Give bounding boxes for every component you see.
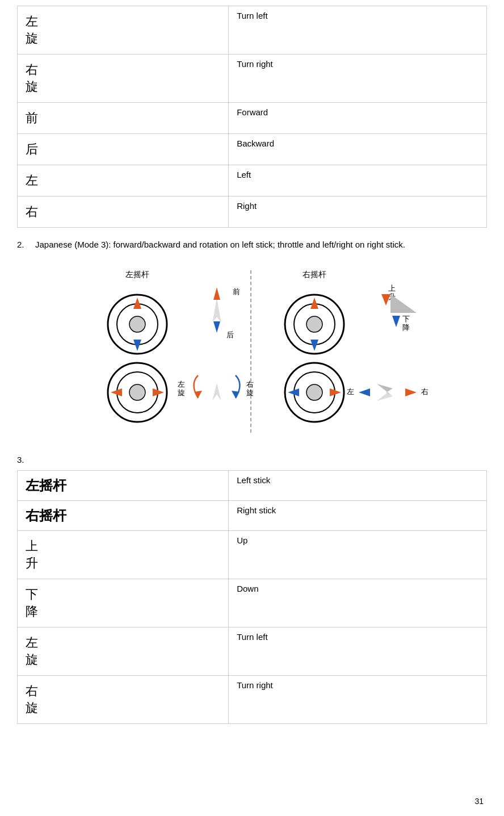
left-stick-label: 左摇杆	[125, 270, 149, 279]
bottom-table-row: 右摇杆Right stick	[18, 501, 487, 531]
turn-right-label2: 旋	[246, 388, 254, 397]
bottom-table-en-cell: Up	[229, 531, 487, 579]
top-table-row: 左Left	[18, 165, 487, 196]
rotate-right-arrowhead	[232, 391, 240, 398]
section3-num: 3.	[17, 455, 487, 465]
section2-paragraph: 2.Japanese (Mode 3): forward/backward an…	[17, 238, 487, 252]
right-top-down-arrow	[310, 340, 318, 351]
top-table-row: 右 旋Turn right	[18, 55, 487, 103]
top-table-zh-cell: 左	[18, 165, 229, 196]
right-stick-label: 右摇杆	[303, 270, 326, 279]
bottom-table-en-cell: Right stick	[229, 501, 487, 531]
top-table: 左 旋Turn left右 旋Turn right前Forward后Backwa…	[17, 6, 487, 228]
bottom-table-zh-cell: 右摇杆	[18, 501, 229, 531]
left-top-up-arrow	[133, 298, 141, 309]
right-arrow-indicator	[405, 388, 417, 396]
bottom-table-zh-cell: 上 升	[18, 531, 229, 579]
right-top-joystick-center	[306, 316, 322, 332]
bottom-table-row: 右 旋Turn right	[18, 676, 487, 724]
bottom-table-row: 左 旋Turn left	[18, 627, 487, 676]
right-label-diagram: 右	[421, 387, 428, 396]
bottom-table-zh-cell: 右 旋	[18, 676, 229, 724]
bottom-table-zh-cell: 左 旋	[18, 627, 229, 676]
top-table-en-cell: Turn right	[229, 55, 487, 103]
right-bottom-joystick-center	[306, 384, 322, 400]
forward-label: 前	[233, 287, 240, 296]
backward-label: 后	[226, 330, 234, 339]
turn-left-label: 左	[178, 380, 185, 388]
rotate-left-arrowhead	[194, 391, 202, 398]
right-bottom-left-arrow	[288, 388, 299, 396]
bottom-table-en-cell: Turn right	[229, 676, 487, 724]
top-table-en-cell: Forward	[229, 103, 487, 134]
right-bottom-right-arrow	[330, 388, 341, 396]
down-label: 下	[402, 315, 410, 323]
bottom-table-en-cell: Turn left	[229, 627, 487, 676]
left-bottom-right-arrow	[153, 388, 164, 396]
bottom-table-zh-cell: 下 降	[18, 579, 229, 627]
top-table-en-cell: Left	[229, 165, 487, 196]
top-table-row: 左 旋Turn left	[18, 6, 487, 55]
top-table-en-cell: Right	[229, 196, 487, 228]
bottom-table-zh-cell: 左摇杆	[18, 471, 229, 501]
turn-right-label: 右	[246, 380, 254, 388]
bottom-table-row: 上 升Up	[18, 531, 487, 579]
left-bottom-left-arrow	[111, 388, 122, 396]
left-top-down-arrow	[133, 340, 141, 351]
top-table-zh-cell: 右 旋	[18, 55, 229, 103]
top-table-row: 前Forward	[18, 103, 487, 134]
top-table-zh-cell: 左 旋	[18, 6, 229, 55]
turn-left-label2: 旋	[178, 388, 185, 397]
jiang-label: 降	[402, 323, 410, 332]
section2-text: Japanese (Mode 3): forward/backward and …	[35, 238, 485, 252]
backward-arrow-blue	[213, 321, 220, 333]
section2-num: 2.	[17, 238, 35, 252]
top-table-row: 右Right	[18, 196, 487, 228]
diagram-container: 左摇杆 右摇杆 前 后 左 旋	[17, 262, 487, 443]
plane-up-right	[213, 299, 221, 321]
left-top-joystick-center	[129, 316, 145, 332]
throttle-down-arrow	[392, 316, 400, 327]
top-table-zh-cell: 前	[18, 103, 229, 134]
forward-arrow-orange	[213, 287, 220, 300]
top-table-zh-cell: 右	[18, 196, 229, 228]
top-table-zh-cell: 后	[18, 134, 229, 165]
bottom-table: 左摇杆Left stick右摇杆Right stick上 升Up下 降Down左…	[17, 470, 487, 724]
diagram-svg: 左摇杆 右摇杆 前 后 左 旋	[76, 262, 428, 443]
up-label: 上	[388, 284, 396, 292]
left-arrow-indicator	[359, 388, 370, 396]
right-top-up-arrow	[310, 298, 318, 309]
bottom-table-en-cell: Left stick	[229, 471, 487, 501]
top-table-en-cell: Backward	[229, 134, 487, 165]
rotation-plane-right	[213, 384, 221, 400]
top-table-en-cell: Turn left	[229, 6, 487, 55]
top-table-row: 后Backward	[18, 134, 487, 165]
bottom-table-en-cell: Down	[229, 579, 487, 627]
bottom-table-row: 左摇杆Left stick	[18, 471, 487, 501]
bottom-table-row: 下 降Down	[18, 579, 487, 627]
left-bottom-joystick-center	[129, 384, 145, 400]
page-number: 31	[474, 797, 484, 806]
left-label-diagram: 左	[347, 387, 354, 396]
